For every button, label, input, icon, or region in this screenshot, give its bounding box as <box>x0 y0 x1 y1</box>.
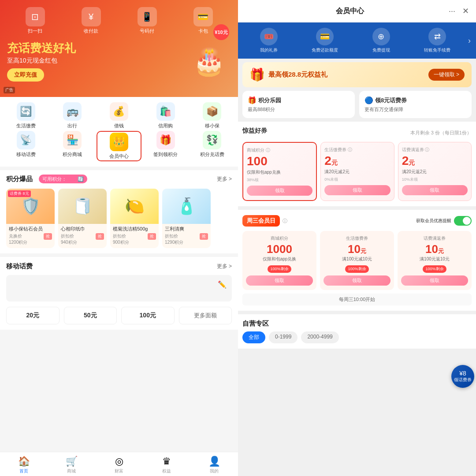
service-exchange[interactable]: 💱 积分兑话费 <box>190 131 234 161</box>
pay-icon-item[interactable]: ¥ 收付款 <box>82 7 101 34</box>
coupon-card-1[interactable]: 生活缴费券 ⓘ 2元 满20元减2元 0%未领 领取 <box>320 142 394 201</box>
amount-100[interactable]: 100元 <box>121 307 175 324</box>
amount-20[interactable]: 20元 <box>6 307 60 324</box>
self-title: 自营专区 <box>242 320 472 328</box>
points-more-link[interactable]: 更多 > <box>217 175 232 183</box>
nav-wealth-label: 财富 <box>115 468 123 474</box>
recharge-button[interactable]: 立即充值 <box>7 68 44 82</box>
telecom-header: 移动话费 更多 > <box>6 262 232 271</box>
close-icon[interactable]: ✕ <box>462 6 469 16</box>
telecom-title: 移动话费 <box>6 262 33 271</box>
coupon-type-2: 话费满返券 ⓘ <box>402 147 468 153</box>
points-card-info-3: 三利清爽 折扣价 抢 1290积分 <box>162 224 211 248</box>
feature-card-points[interactable]: 🎁 积分乐园 最高888积分 <box>242 91 355 118</box>
promo-icon: 🎁 <box>249 67 265 82</box>
number-pay-icon-item[interactable]: 📱 号码付 <box>138 7 157 34</box>
self-tab-all[interactable]: 全部 <box>242 331 265 343</box>
points-card-name-1: 心相印纸巾 <box>61 226 104 232</box>
coupon-float-icon: ¥8 <box>459 370 466 377</box>
service-credit[interactable]: 🛍️ 信用购 <box>143 102 188 129</box>
telecom-more-link[interactable]: 更多 > <box>217 263 232 270</box>
telecom-input-area[interactable]: ✏️ <box>6 275 232 301</box>
nav-rights-label: 权益 <box>162 468 171 474</box>
points-card-btn-0[interactable]: 抢 <box>44 233 52 240</box>
wallet-label: 卡包 <box>198 28 208 34</box>
amount-more[interactable]: 更多面额 <box>179 307 232 324</box>
md-btn-1[interactable]: 领取 <box>324 275 390 286</box>
md-card-0[interactable]: 商城积分 1000 仅限和包app兑换 100%剩余 领取 <box>242 231 316 290</box>
points-card-btn-3[interactable]: 抢 <box>200 233 208 240</box>
nav-wealth[interactable]: ◎ 财富 <box>95 456 143 474</box>
quick-withdraw[interactable]: ⊕ 免费提现 <box>354 28 409 53</box>
md-card-value-2: 10元 <box>401 243 468 255</box>
quick-icons-row: 🎟️ 我的礼券 💳 免费还款额度 ⊕ 免费提现 ⇄ 转账免手续费 › <box>238 22 476 59</box>
coupon-btn-1[interactable]: 领取 <box>324 185 390 195</box>
withdraw-icon: ⊕ <box>372 28 390 45</box>
points-card-2[interactable]: 🍋 榄菊洗洁精500g 折扣价 抢 900积分 <box>110 189 159 248</box>
nav-rights[interactable]: ♛ 权益 <box>143 456 190 474</box>
amount-50[interactable]: 50元 <box>64 307 117 324</box>
nav-mall[interactable]: 🛒 商城 <box>48 456 95 474</box>
points-card-1[interactable]: 🧻 心相印纸巾 折扣价 抢 940积分 <box>58 189 107 248</box>
service-points-mall[interactable]: 🏪 积分商城 <box>50 131 95 161</box>
points-card-0[interactable]: 🛡️ 话费券 8元 移小保钻石会员 兑换价 抢 1200积分 <box>6 189 55 248</box>
quick-gifts[interactable]: 🎟️ 我的礼券 <box>242 28 296 53</box>
coupon-card-2[interactable]: 话费满返券 ⓘ 2元 满20元返2元 10%未领 领取 <box>398 142 472 201</box>
floating-coupon-btn[interactable]: ¥8 领话费券 <box>451 365 474 388</box>
points-mall-label: 积分商城 <box>63 151 82 158</box>
service-xiaobao[interactable]: 📦 移小保 <box>190 102 234 129</box>
nav-home[interactable]: 🏠 首页 <box>0 456 48 474</box>
member-day-section: 周三会员日 ⓘ 获取会员优惠提醒 商城积分 1000 仅限和包app兑换 100… <box>238 210 476 311</box>
pay-label: 收付款 <box>84 28 98 34</box>
feature-card-voucher[interactable]: 🔵 领8元话费券 更有百万交通保障 <box>359 91 472 118</box>
member-day-toggle[interactable] <box>454 216 472 226</box>
nav-mine[interactable]: 👤 我的 <box>190 456 238 474</box>
points-card-name-3: 三利清爽 <box>165 226 208 232</box>
coupon-btn-0[interactable]: 领取 <box>247 186 312 196</box>
titlebar-actions: ··· ✕ <box>449 6 469 16</box>
more-menu-icon[interactable]: ··· <box>449 7 455 16</box>
quick-transfer[interactable]: ⇄ 转账免手续费 <box>410 28 465 53</box>
red-packet-badge: ¥10元 <box>213 24 229 40</box>
quick-repay[interactable]: 💳 免费还款额度 <box>298 28 353 53</box>
service-checkin[interactable]: 🎁 签到领积分 <box>143 131 188 161</box>
service-travel[interactable]: 🚌 出行 <box>50 102 95 129</box>
service-vip[interactable]: 👑 会员中心 <box>97 131 141 161</box>
md-card-type-2: 话费满返券 <box>401 235 468 242</box>
refresh-icon[interactable]: 🔄 <box>78 176 84 182</box>
service-mobile[interactable]: 📡 移动话费 <box>4 131 48 161</box>
life-label: 生活缴费 <box>16 123 36 129</box>
promo-banner[interactable]: 🎁 最高领28.8元权益礼 一键领取 > <box>242 62 472 87</box>
points-title: 积分爆品 <box>6 175 33 183</box>
md-btn-0[interactable]: 领取 <box>246 275 313 286</box>
xiaobao-icon: 📦 <box>203 102 221 121</box>
md-card-unit-1: 元 <box>361 248 366 254</box>
coupon-sub-2: 10%未领 <box>402 177 468 182</box>
wallet-icon: 💳 <box>193 7 213 26</box>
self-tab-2000-4999[interactable]: 2000-4999 <box>301 331 338 343</box>
coupon-section: 惊益好券 本月剩余 3 份（每日限1份） 商城积分 ⓘ 100 仅限和包app兑… <box>238 122 476 206</box>
md-btn-2[interactable]: 领取 <box>401 275 468 286</box>
service-life[interactable]: 🔄 生活缴费 <box>4 102 48 129</box>
points-card-3[interactable]: 🧴 三利清爽 折扣价 抢 1290积分 <box>162 189 211 248</box>
rights-icon: ♛ <box>162 456 171 467</box>
points-card-btn-1[interactable]: 抢 <box>96 233 104 240</box>
md-card-2[interactable]: 话费满返券 10元 满100元返10元 100%剩余 领取 <box>398 231 472 290</box>
mobile-icon: 📡 <box>17 131 35 149</box>
promo-btn[interactable]: 一键领取 > <box>428 69 465 81</box>
quick-more-icon[interactable]: › <box>466 28 472 53</box>
md-card-1[interactable]: 生活缴费券 10元 满100元减10元 100%剩余 领取 <box>320 231 394 290</box>
md-card-num-2: 10 <box>425 242 438 256</box>
points-card-info-1: 心相印纸巾 折扣价 抢 940积分 <box>58 224 107 248</box>
points-card-btn-2[interactable]: 抢 <box>148 233 156 240</box>
service-loan[interactable]: 💰 借钱 <box>97 102 141 129</box>
self-tab-0-1999[interactable]: 0-1999 <box>269 331 298 343</box>
coupon-btn-2[interactable]: 领取 <box>402 185 468 195</box>
coupon-unit-2: 元 <box>409 159 415 166</box>
scan-icon-item[interactable]: ⊡ 扫一扫 <box>26 7 45 34</box>
wallet-icon-item[interactable]: 💳 卡包 <box>193 7 213 34</box>
wealth-icon: ◎ <box>115 456 123 467</box>
coupon-card-0[interactable]: 商城积分 ⓘ 100 仅限和包app兑换 38%核 领取 <box>242 142 317 201</box>
toggle-label: 获取会员优惠提醒 <box>416 218 451 224</box>
points-card-points-3: 1290积分 <box>165 239 208 245</box>
